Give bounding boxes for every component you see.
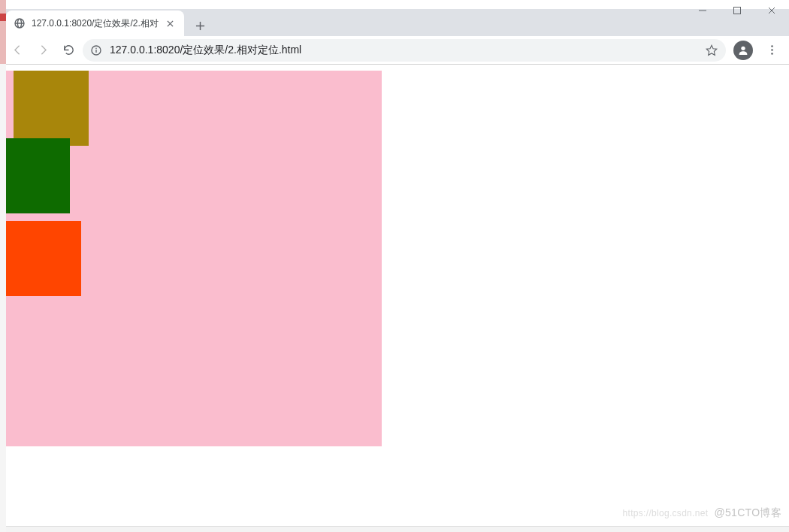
tab-close-button[interactable] — [165, 17, 177, 29]
svg-point-15 — [771, 53, 773, 55]
page-viewport: https://blog.csdn.net @51CTO博客 — [0, 65, 789, 526]
watermark-main: @51CTO博客 — [715, 506, 781, 518]
box-green — [0, 138, 70, 213]
globe-icon — [14, 17, 26, 29]
svg-point-12 — [741, 46, 745, 50]
window-close-button[interactable] — [754, 0, 789, 21]
back-button[interactable] — [6, 39, 29, 62]
address-bar[interactable]: 127.0.0.1:8020/定位效果/2.相对定位.html — [83, 39, 726, 62]
box-olive — [14, 71, 89, 146]
svg-rect-10 — [95, 47, 96, 48]
window-maximize-button[interactable] — [720, 0, 754, 21]
browser-toolbar: 127.0.0.1:8020/定位效果/2.相对定位.html — [0, 36, 789, 65]
tab-strip: 127.0.0.1:8020/定位效果/2.相对 — [0, 9, 789, 36]
reload-button[interactable] — [57, 39, 80, 62]
profile-avatar[interactable] — [733, 41, 753, 60]
window-controls — [685, 0, 789, 21]
titlebar — [0, 0, 789, 9]
background-window-accent — [0, 14, 6, 21]
site-info-icon[interactable] — [90, 44, 102, 56]
svg-marker-11 — [706, 45, 717, 55]
url-text: 127.0.0.1:8020/定位效果/2.相对定位.html — [110, 44, 697, 57]
forward-button[interactable] — [32, 39, 54, 62]
box-orange — [6, 221, 81, 296]
svg-rect-1 — [734, 8, 741, 14]
tab-title: 127.0.0.1:8020/定位效果/2.相对 — [32, 17, 159, 30]
pink-container — [6, 71, 382, 446]
svg-point-14 — [771, 49, 773, 51]
browser-tab[interactable]: 127.0.0.1:8020/定位效果/2.相对 — [6, 11, 184, 36]
window-minimize-button[interactable] — [685, 0, 720, 21]
new-tab-button[interactable] — [190, 15, 211, 36]
watermark: https://blog.csdn.net @51CTO博客 — [623, 506, 781, 520]
watermark-url: https://blog.csdn.net — [623, 508, 709, 518]
svg-rect-9 — [95, 50, 96, 53]
bookmark-star-icon[interactable] — [705, 44, 718, 57]
page-body — [6, 71, 789, 446]
taskbar-sliver — [0, 526, 789, 532]
background-window-sliver — [0, 0, 6, 532]
svg-point-13 — [771, 45, 773, 47]
menu-button[interactable] — [760, 39, 783, 62]
